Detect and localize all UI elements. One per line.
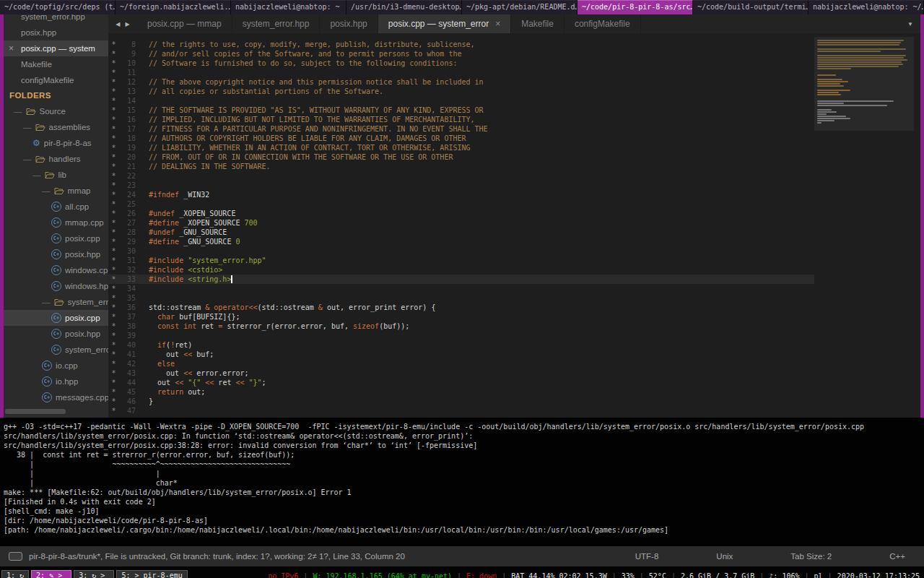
workspace-button[interactable]: 2: ✎ >_ xyxy=(31,570,71,578)
code-line[interactable]: *13// all copies or substantial portions… xyxy=(108,87,814,96)
tree-item[interactable]: —Source xyxy=(4,103,108,119)
code-line[interactable]: *24#ifndef _WIN32 xyxy=(108,190,814,199)
tree-item[interactable]: —assemblies xyxy=(4,119,108,135)
code-line[interactable]: *22 xyxy=(108,171,814,181)
build-output-line[interactable]: 38 | const int ret = strerror_r(error.er… xyxy=(4,450,924,460)
code-line[interactable]: *11 xyxy=(108,68,814,77)
code-line[interactable]: *25 xyxy=(108,199,814,209)
build-output-line[interactable]: src/handlers/lib/system_error/posix.cpp:… xyxy=(4,441,924,450)
expander-icon[interactable]: — xyxy=(42,183,51,199)
close-icon[interactable]: × xyxy=(9,40,14,56)
expander-icon[interactable]: — xyxy=(14,103,22,119)
code-line[interactable]: *33#include <string.h> xyxy=(108,275,814,284)
code-line[interactable]: *28#undef _GNU_SOURCE xyxy=(108,228,814,237)
code-line[interactable]: *21// DEALINGS IN THE SOFTWARE. xyxy=(108,162,814,171)
build-output-line[interactable]: make: *** [Makefile:62: out/build/obj/ha… xyxy=(4,488,924,497)
status-field[interactable]: UTF-8 xyxy=(635,552,659,561)
tree-item[interactable]: C+mmap.cpp xyxy=(4,215,108,230)
expander-icon[interactable]: — xyxy=(32,167,41,183)
code-line[interactable]: *43 out << error.error; xyxy=(108,368,814,378)
open-file-item[interactable]: ×posix.cpp — system xyxy=(4,40,108,56)
code-line[interactable]: *30 xyxy=(108,246,814,256)
code-line[interactable]: *40 if(!ret) xyxy=(108,340,814,350)
code-line[interactable]: *34 xyxy=(108,284,814,293)
titlebar-window[interactable]: ~/code/pir-8-pir-8-as/src… xyxy=(578,0,693,14)
editor-tab[interactable]: posix.hpp xyxy=(320,14,378,33)
expander-icon[interactable]: — xyxy=(42,294,51,310)
titlebar-window[interactable]: ~/foreign.nabijaczleweli.… xyxy=(116,0,231,14)
build-output-line[interactable]: g++ -O3 -std=c++17 -pedantic -Wall -Wext… xyxy=(4,422,924,431)
close-icon[interactable]: × xyxy=(495,19,500,29)
workspace-button[interactable]: 5: >_pir-8-emu xyxy=(116,570,187,578)
code-line[interactable]: *18// AUTHORS OR COPYRIGHT HOLDERS BE LI… xyxy=(108,134,814,143)
status-field[interactable]: Unix xyxy=(716,552,733,561)
code-line[interactable]: *35 xyxy=(108,293,814,303)
tree-item[interactable]: ⚙pir-8-pir-8-as xyxy=(4,135,108,151)
code-line[interactable]: *15// THE SOFTWARE IS PROVIDED "AS IS", … xyxy=(108,105,814,115)
code-line[interactable]: *37 char buf[BUFSIZ]{}; xyxy=(108,312,814,322)
build-output-line[interactable]: | | xyxy=(4,469,924,478)
tree-item[interactable]: —handlers xyxy=(4,151,108,167)
editor-tab[interactable]: posix.cpp — mmap xyxy=(137,14,232,33)
tree-item[interactable]: C+posix.cpp xyxy=(4,310,108,326)
code-line[interactable]: *45 return out; xyxy=(108,387,814,397)
code-line[interactable]: *27#define _XOPEN_SOURCE 700 xyxy=(108,218,814,228)
titlebar-window[interactable]: nabijaczleweli@nabtop: ~ xyxy=(231,0,346,14)
titlebar-window[interactable]: ~/code/build-output/termi… xyxy=(693,0,808,14)
titlebar-window[interactable]: /usr/bin/i3-dmenu-desktop… xyxy=(346,0,462,14)
build-output-line[interactable]: src/handlers/lib/system_error/posix.cpp:… xyxy=(4,431,924,441)
build-output-line[interactable]: [shell_cmd: make -j10] xyxy=(4,506,924,516)
expander-icon[interactable]: — xyxy=(23,119,32,135)
build-output-panel[interactable]: g++ -O3 -std=c++17 -pedantic -Wall -Wext… xyxy=(0,418,924,546)
code-area[interactable]: *8// the rights to use, copy, modify, me… xyxy=(108,33,920,418)
build-output-line[interactable]: | char* xyxy=(4,478,924,488)
code-line[interactable]: *29#define _GNU_SOURCE 0 xyxy=(108,237,814,246)
editor-tab[interactable]: Makefile xyxy=(511,14,565,33)
code-line[interactable]: *9// and/or sell copies of the Software,… xyxy=(108,49,814,59)
code-line[interactable]: *19// LIABILITY, WHETHER IN AN ACTION OF… xyxy=(108,143,814,152)
build-output-line[interactable]: [dir: /home/nabijaczleweli/code/pir-8-pi… xyxy=(4,516,924,525)
code-line[interactable]: *23 xyxy=(108,181,814,190)
vcs-panel-icon[interactable] xyxy=(9,552,22,561)
code-line[interactable]: *42 else xyxy=(108,359,814,368)
code-line[interactable]: *32#include <cstdio> xyxy=(108,265,814,275)
code-line[interactable]: *12// The above copyright notice and thi… xyxy=(108,77,814,87)
tree-item[interactable]: C+posix.cpp xyxy=(4,230,108,246)
open-file-item[interactable]: system_error.hpp xyxy=(4,14,108,25)
code-line[interactable]: *16// IMPLIED, INCLUDING BUT NOT LIMITED… xyxy=(108,115,814,124)
tab-overflow-icon[interactable]: ▼ xyxy=(900,14,920,33)
titlebar-window[interactable]: ~/code/topfig/src/deps (t… xyxy=(0,0,116,14)
tree-item[interactable]: C+windows.cpp xyxy=(4,262,108,278)
code-line[interactable]: *39 xyxy=(108,331,814,340)
tree-item[interactable]: C+posix.hpp xyxy=(4,326,108,342)
build-output-line[interactable]: [Finished in 0.4s with exit code 2] xyxy=(4,497,924,506)
tree-item[interactable]: C+system_error.hpp xyxy=(4,342,108,358)
status-field[interactable]: C++ xyxy=(889,552,905,561)
tree-item[interactable]: —lib xyxy=(4,167,108,183)
sidebar-horizontal-scrollbar[interactable] xyxy=(5,409,66,414)
minimap-viewport[interactable] xyxy=(814,37,914,131)
workspace-button[interactable]: 3: ↻ >_ xyxy=(74,570,114,578)
tree-item[interactable]: C+io.cpp xyxy=(4,358,108,374)
tab-scroll-right-icon[interactable]: ▶ xyxy=(126,21,130,27)
tree-item[interactable]: C+posix.hpp xyxy=(4,246,108,262)
editor-tab[interactable]: system_error.hpp xyxy=(232,14,321,33)
code-line[interactable]: *38 const int ret = strerror_r(error.err… xyxy=(108,322,814,331)
minimap[interactable] xyxy=(814,33,920,418)
build-output-line[interactable]: [path: /home/nabijaczleweli/.cargo/bin:/… xyxy=(4,525,924,535)
code-line[interactable]: *36std::ostream & operator<<(std::ostrea… xyxy=(108,303,814,312)
build-output-line[interactable]: | ~~~~~~~~~~^~~~~~~~~~~~~~~~~~~~~~~~~~~~… xyxy=(4,460,924,469)
open-file-item[interactable]: Makefile xyxy=(4,56,108,72)
code-line[interactable]: *14 xyxy=(108,96,814,105)
tree-item[interactable]: C+all.cpp xyxy=(4,199,108,215)
expander-icon[interactable]: — xyxy=(23,151,32,167)
titlebar-window[interactable]: nabijaczleweli@nabtop: ~/… xyxy=(808,0,924,14)
code-line[interactable]: *10// Software is furnished to do so, su… xyxy=(108,59,814,68)
editor-tab[interactable]: configMakefile xyxy=(565,14,641,33)
code-line[interactable]: *8// the rights to use, copy, modify, me… xyxy=(108,40,814,49)
tab-scroll-left-icon[interactable]: ◀ xyxy=(116,21,120,27)
tree-item[interactable]: —system_error xyxy=(4,294,108,310)
code-line[interactable]: *46} xyxy=(108,397,814,406)
tree-item[interactable]: —mmap xyxy=(4,183,108,199)
code-line[interactable]: *17// FITNESS FOR A PARTICULAR PURPOSE A… xyxy=(108,124,814,134)
